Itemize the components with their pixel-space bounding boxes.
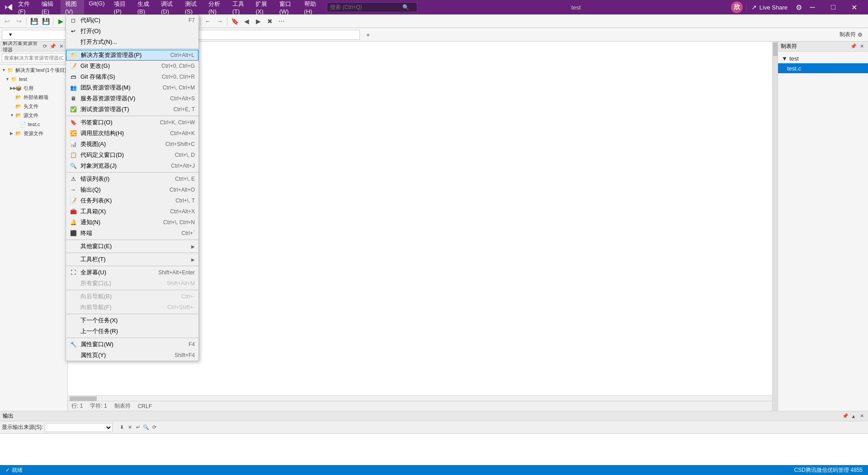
maximize-button[interactable]: □ — [823, 0, 844, 14]
menu-item-output[interactable]: → 输出(Q) Ctrl+Alt+O — [66, 184, 198, 195]
menu-item-code-def[interactable]: 📋 代码定义窗口(D) Ctrl+\, D — [66, 150, 198, 160]
status-right-text[interactable]: CSD腾讯微信优码管理 4855 — [793, 465, 864, 475]
tree-item-solution[interactable]: ▼ 📁 解决方案'test'(1个项目) — [0, 66, 67, 75]
tree-item-testc[interactable]: 📄 test.c — [0, 120, 67, 129]
title-search-box[interactable]: 🔍 — [327, 2, 417, 12]
menu-item-test-explorer[interactable]: ✅ 测试资源管理器(T) Ctrl+E, T — [66, 104, 198, 115]
menu-item-code[interactable]: ◻ 代码(C) F7 — [66, 15, 198, 26]
status-ready[interactable]: ✓ 就绪 — [4, 465, 24, 475]
menu-item-error-list[interactable]: ⚠ 错误列表(I) Ctrl+\, E — [66, 174, 198, 184]
menu-item-task-list[interactable]: 📝 任务列表(K) Ctrl+\, T — [66, 195, 198, 206]
bookmark-next-button[interactable]: ▶ — [253, 16, 264, 27]
sidebar-close-button[interactable]: ✕ — [57, 43, 65, 50]
scrollbar-vertical-main[interactable] — [772, 42, 778, 411]
status-right-label: CSD腾讯微信优码管理 4855 — [794, 466, 863, 474]
menu-file[interactable]: 文件(F) — [14, 0, 37, 17]
save-button[interactable]: 💾 — [28, 16, 39, 27]
menu-item-open-with[interactable]: 打开方式(N)... — [66, 37, 198, 47]
redo-button[interactable]: ↪ — [14, 16, 24, 27]
tree-item-sources[interactable]: ▼ 📂 源文件 — [0, 111, 67, 120]
search-input[interactable] — [330, 4, 402, 10]
tree-item-resources[interactable]: ▶ 📂 资源文件 — [0, 129, 67, 138]
right-tree-item-testc[interactable]: test.c — [778, 63, 868, 73]
tree-item-external[interactable]: 📂 外部依赖项 — [0, 93, 67, 102]
right-panel-pin-button[interactable]: 📌 — [850, 43, 857, 50]
close-button[interactable]: ✕ — [844, 0, 864, 14]
extra-button[interactable]: ⋯ — [276, 16, 287, 27]
menu-item-open[interactable]: ↩ 打开(O) — [66, 26, 198, 37]
run-button[interactable]: ▶ — [55, 16, 66, 27]
user-avatar[interactable]: 欣 — [731, 1, 743, 13]
live-share-button[interactable]: ↗ Live Share — [746, 3, 792, 12]
menu-edit[interactable]: 编辑(E) — [37, 0, 61, 17]
menu-item-git-changes[interactable]: 📝 Git 更改(G) Ctrl+0, Ctrl+G — [66, 61, 198, 71]
sidebar-pin-button[interactable]: 📌 — [49, 43, 57, 50]
menu-item-solution-explorer[interactable]: 📁 解决方案资源管理器(P) Ctrl+Alt+L — [66, 50, 198, 61]
right-tree-label-testc: test.c — [787, 65, 801, 72]
menu-item-other-windows[interactable]: 其他窗口(E) ▶ — [66, 241, 198, 252]
menu-analyze[interactable]: 分析(N) — [204, 0, 228, 17]
output-pin-button[interactable]: 📌 — [842, 413, 849, 420]
menu-item-call-hierarchy-label: 调用层次结构(H) — [80, 129, 166, 137]
menu-item-terminal[interactable]: ⬛ 终端 Ctrl+` — [66, 228, 198, 239]
bookmark-prev-button[interactable]: ◀ — [241, 16, 252, 27]
context-dropdown[interactable]: ▼ — [179, 30, 360, 40]
sources-label: 源文件 — [24, 112, 38, 119]
save-all-button[interactable]: 💾 — [40, 16, 51, 27]
menu-item-property-pages[interactable]: 属性页(Y) Shift+F4 — [66, 350, 198, 361]
output-clear-button[interactable]: ✕ — [126, 424, 133, 431]
output-source-select[interactable] — [45, 423, 113, 432]
settings-icon[interactable]: ⚙ — [796, 3, 802, 12]
output-scroll-end-button[interactable]: ⬇ — [118, 424, 125, 431]
other-windows-icon — [70, 243, 77, 250]
menu-window[interactable]: 窗口(W) — [275, 0, 300, 17]
menu-item-bookmarks[interactable]: 🔖 书签窗口(O) Ctrl+K, Ctrl+W — [66, 117, 198, 128]
sidebar-search-input[interactable] — [2, 53, 66, 62]
tree-item-test[interactable]: ▼ 📁 test — [0, 75, 67, 84]
all-windows-icon — [70, 280, 77, 287]
menu-item-prev-task[interactable]: 上一个任务(R) — [66, 326, 198, 337]
output-close-button[interactable]: ✕ — [858, 413, 865, 420]
menu-item-next-task[interactable]: 下一个任务(X) — [66, 315, 198, 326]
menu-item-team-explorer[interactable]: 👥 团队资源管理器(M) Ctrl+\, Ctrl+M — [66, 82, 198, 93]
menu-item-properties-window[interactable]: 🔧 属性窗口(W) F4 — [66, 339, 198, 350]
sidebar-search-area — [0, 52, 67, 65]
undo-button[interactable]: ↩ — [2, 16, 13, 27]
output-expand-button[interactable]: ▲ — [850, 413, 857, 420]
tree-item-headers[interactable]: 📂 头文件 — [0, 102, 67, 111]
right-panel-close-button[interactable]: ✕ — [858, 43, 865, 50]
menu-item-toolbars[interactable]: 工具栏(T) ▶ — [66, 254, 198, 265]
output-sync-button[interactable]: ⟳ — [151, 424, 158, 431]
output-wrap-button[interactable]: ↵ — [134, 424, 142, 431]
menu-item-git-changes-shortcut: Ctrl+0, Ctrl+G — [161, 63, 195, 69]
nav-back-button[interactable]: ← — [203, 16, 213, 27]
menu-item-toolbox-shortcut: Ctrl+Alt+X — [170, 208, 195, 215]
minimize-button[interactable]: ─ — [802, 0, 823, 14]
menu-tools[interactable]: 工具(T) — [228, 0, 251, 17]
add-tab-button[interactable]: + — [363, 29, 373, 40]
settings-icon-small[interactable]: ⚙ — [858, 32, 863, 38]
bookmark-button[interactable]: 🔖 — [229, 16, 240, 27]
menu-item-server-explorer[interactable]: 🖥 服务器资源管理器(V) Ctrl+Alt+S — [66, 93, 198, 104]
menu-item-toolbox[interactable]: 🧰 工具箱(X) Ctrl+Alt+X — [66, 206, 198, 217]
menu-item-call-hierarchy[interactable]: 🔀 调用层次结构(H) Ctrl+Alt+K — [66, 128, 198, 139]
git-repo-icon: 🗃 — [70, 73, 77, 80]
status-bar: ✓ 就绪 CSD腾讯微信优码管理 4855 — [0, 465, 868, 475]
menu-item-git-repo[interactable]: 🗃 Git 存储库(S) Ctrl+0, Ctrl+R — [66, 71, 198, 82]
menu-help[interactable]: 帮助(H) — [300, 0, 324, 17]
menu-extensions[interactable]: 扩展(X) — [251, 0, 274, 17]
checkmark-icon: ✓ — [5, 467, 10, 473]
fullscreen-icon: ⛶ — [70, 269, 77, 276]
menu-item-object-browser[interactable]: 🔍 对象浏览器(J) Ctrl+Alt+J — [66, 160, 198, 171]
bookmark-clear-button[interactable]: ✖ — [264, 16, 275, 27]
scrollbar-horizontal[interactable] — [68, 395, 772, 401]
scrollbar-h-thumb — [70, 396, 97, 401]
output-find-button[interactable]: 🔍 — [142, 424, 150, 431]
right-tree-item-test[interactable]: ▼ test — [778, 53, 868, 63]
menu-item-notifications[interactable]: 🔔 通知(N) Ctrl+\, Ctrl+N — [66, 217, 198, 228]
menu-item-class-view[interactable]: 📊 类视图(A) Ctrl+Shift+C — [66, 139, 198, 150]
nav-forward-button[interactable]: → — [214, 16, 225, 27]
sidebar-refresh-button[interactable]: ⟳ — [41, 43, 48, 50]
menu-item-fullscreen[interactable]: ⛶ 全屏幕(U) Shift+Alt+Enter — [66, 267, 198, 278]
tree-item-ref[interactable]: ▶▶ 📦 引用 — [0, 84, 67, 93]
